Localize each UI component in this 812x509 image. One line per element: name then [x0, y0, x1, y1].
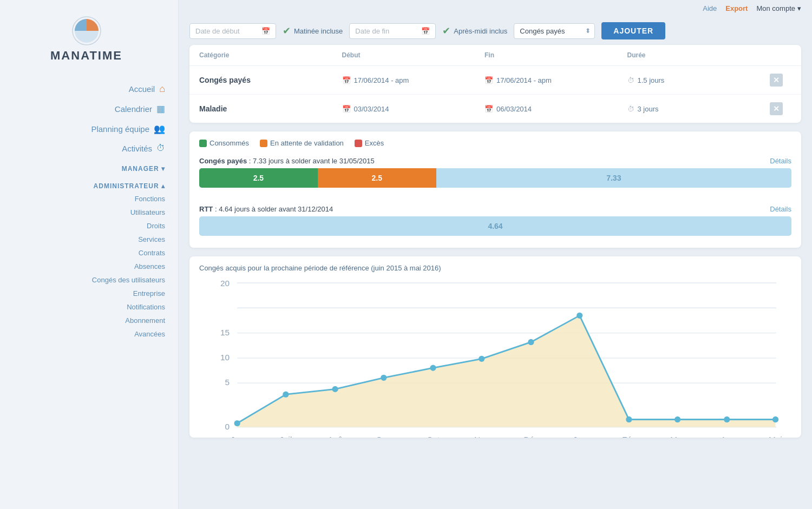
svg-text:Aoû: Aoû	[328, 435, 342, 438]
team-icon: 👥	[154, 123, 165, 135]
clock-icon: ⏱	[627, 76, 634, 84]
logo-area: MANATIME	[0, 16, 178, 63]
date-debut-input[interactable]: Date de début 📅	[189, 23, 276, 39]
conges-detail-link[interactable]: Détails	[770, 157, 791, 165]
svg-text:15: 15	[220, 328, 230, 337]
ajouter-button[interactable]: AJOUTER	[601, 22, 665, 39]
legend-dot-exces	[355, 140, 362, 147]
admin-item-droits[interactable]: Droits	[0, 219, 178, 233]
cal-icon: 📅	[484, 76, 493, 84]
legend-attente: En attente de validation	[260, 139, 344, 147]
nav-item-planning[interactable]: Planning équipe 👥	[0, 119, 178, 139]
admin-item-utilisateurs[interactable]: Utilisateurs	[0, 206, 178, 219]
nav-label-accueil: Accueil	[129, 84, 155, 94]
admin-item-fonctions[interactable]: Fonctions	[0, 192, 178, 206]
chart-point	[675, 417, 680, 422]
home-icon: ⌂	[159, 83, 165, 95]
nav-label-planning: Planning équipe	[91, 124, 149, 134]
aide-link[interactable]: Aide	[703, 4, 717, 12]
row2-fin: 📅 06/03/2014	[484, 105, 627, 113]
svg-text:0: 0	[225, 422, 230, 431]
row1-delete-button[interactable]: ✕	[770, 74, 783, 87]
date-fin-placeholder: Date de fin	[355, 27, 389, 35]
chart-point	[577, 313, 582, 319]
col-header-duree: Durée	[627, 51, 770, 59]
date-fin-input[interactable]: Date de fin 📅	[349, 23, 436, 39]
legend: Consommés En attente de validation Excès	[189, 131, 801, 151]
admin-item-avancees[interactable]: Avancées	[0, 327, 178, 341]
table-row: Congés payés 📅 17/06/2014 - apm 📅 17/06/…	[189, 66, 801, 95]
apresmidi-label: Après-midi inclus	[454, 27, 507, 35]
rtt-detail-link[interactable]: Détails	[770, 205, 791, 213]
clock-icon: ⏱	[156, 143, 165, 153]
nav-item-calendrier[interactable]: Calendrier ▦	[0, 99, 178, 119]
chart-point	[772, 417, 778, 422]
section-admin[interactable]: ADMINISTRATEUR ▴	[0, 175, 178, 192]
admin-item-services[interactable]: Services	[0, 233, 178, 246]
row1-duree: ⏱ 1.5 jours	[627, 76, 770, 84]
account-menu[interactable]: Mon compte ▾	[756, 4, 801, 12]
nav-item-accueil[interactable]: Accueil ⌂	[0, 79, 178, 99]
matinee-label: Matinée incluse	[294, 27, 343, 35]
admin-item-abonnement[interactable]: Abonnement	[0, 314, 178, 327]
chart-point	[626, 417, 632, 422]
section-manager[interactable]: MANAGER ▾	[0, 157, 178, 175]
chart-point	[724, 417, 730, 422]
type-select[interactable]: Congés payés RTT Maladie	[514, 23, 595, 39]
svg-text:Avr: Avr	[721, 435, 733, 438]
conges-progress-bar: 2.5 2.5 7.33	[199, 168, 791, 188]
rtt-progress-bar: 4.64	[199, 216, 791, 236]
check-icon-apresmidi: ✔	[442, 25, 450, 37]
nav-item-activites[interactable]: Activités ⏱	[0, 139, 178, 157]
row1-debut: 📅 17/06/2014 - apm	[342, 76, 485, 84]
svg-text:20: 20	[220, 279, 230, 288]
admin-item-notifications[interactable]: Notifications	[0, 300, 178, 314]
chart-area: 20 15 10 5 0	[189, 275, 801, 438]
date-debut-placeholder: Date de début	[195, 27, 240, 35]
col-header-actions	[770, 51, 791, 59]
row2-delete-button[interactable]: ✕	[770, 102, 783, 115]
svg-text:10: 10	[220, 353, 230, 362]
svg-text:Jun: Jun	[231, 435, 244, 438]
legend-dot-attente	[260, 140, 267, 147]
chart-card: Congés acquis pour la prochaine période …	[189, 256, 801, 438]
toolbar: Date de début 📅 ✔ Matinée incluse Date d…	[179, 17, 812, 45]
export-link[interactable]: Export	[725, 4, 748, 12]
sidebar: MANATIME Accueil ⌂ Calendrier ▦ Planning…	[0, 0, 179, 509]
admin-item-entreprise[interactable]: Entreprise	[0, 287, 178, 300]
admin-item-conges-utilisateurs[interactable]: Congés des utilisateurs	[0, 273, 178, 287]
conges-progress-title: Congés payés : 7.33 jours à solder avant…	[199, 157, 791, 165]
col-header-debut: Début	[342, 51, 485, 59]
admin-item-contrats[interactable]: Contrats	[0, 246, 178, 260]
legend-dot-consommes	[199, 140, 207, 147]
chart-point	[430, 365, 436, 371]
chart-point	[332, 386, 338, 392]
check-icon-matinee: ✔	[283, 25, 291, 37]
admin-item-absences[interactable]: Absences	[0, 260, 178, 273]
row2-debut: 📅 03/03/2014	[342, 105, 485, 113]
rtt-progress-title: RTT : 4.64 jours à solder avant 31/12/20…	[199, 205, 791, 213]
svg-text:Mar: Mar	[670, 435, 685, 438]
absences-table-card: Catégorie Début Fin Durée Congés payés 📅…	[189, 45, 801, 123]
progress-card: Consommés En attente de validation Excès…	[189, 131, 801, 248]
chart-area-fill	[237, 315, 775, 427]
type-select-wrapper: Congés payés RTT Maladie	[514, 23, 595, 39]
nav-label-activites: Activités	[122, 144, 152, 153]
legend-consommes: Consommés	[199, 139, 249, 147]
cal-icon: 📅	[484, 105, 493, 113]
svg-text:Déc: Déc	[523, 435, 539, 438]
table-row: Maladie 📅 03/03/2014 📅 06/03/2014 ⏱ 3 jo…	[189, 95, 801, 123]
matinee-checkbox-label[interactable]: ✔ Matinée incluse	[283, 25, 343, 37]
topbar: Aide Export Mon compte ▾	[179, 0, 812, 17]
apresmidi-checkbox-label[interactable]: ✔ Après-midi inclus	[442, 25, 507, 37]
svg-text:Jan: Jan	[573, 435, 586, 438]
table-header: Catégorie Début Fin Durée	[189, 45, 801, 66]
rtt-bar: 4.64	[199, 216, 791, 236]
row1-fin: 📅 17/06/2014 - apm	[484, 76, 627, 84]
chart-svg: 20 15 10 5 0	[199, 275, 791, 438]
cal-icon: 📅	[342, 105, 351, 113]
svg-text:Sep: Sep	[376, 435, 391, 438]
bar-consumed: 2.5	[199, 168, 318, 188]
calendar-icon-debut: 📅	[261, 27, 270, 35]
main-content: Aide Export Mon compte ▾ Date de début 📅…	[179, 0, 812, 509]
